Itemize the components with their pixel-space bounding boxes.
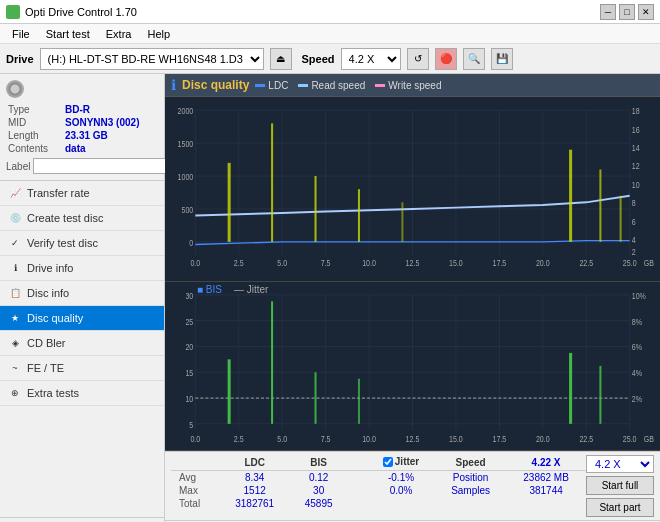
main-area: Type BD-R MID SONYNN3 (002) Length 23.31…	[0, 74, 660, 522]
svg-rect-94	[315, 373, 317, 425]
menu-file[interactable]: File	[4, 27, 38, 41]
status-window-button[interactable]: Status window >> ▶▶	[0, 518, 164, 522]
sidebar-item-verify-test-disc[interactable]: ✓ Verify test disc	[0, 231, 164, 256]
sidebar-item-label-verify-test-disc: Verify test disc	[27, 237, 98, 249]
menu-start-test[interactable]: Start test	[38, 27, 98, 41]
lower-chart: ■ BIS — Jitter	[165, 282, 660, 451]
stats-avg-row: Avg 8.34 0.12 -0.1% Position 23862 MB	[171, 470, 586, 484]
svg-text:10: 10	[185, 394, 193, 404]
svg-text:15: 15	[185, 369, 193, 379]
lower-chart-svg: 30 25 20 15 10 5 10% 8% 6% 4% 2% 0.0 2.5…	[165, 282, 660, 450]
start-part-button[interactable]: Start part	[586, 498, 654, 517]
svg-text:5.0: 5.0	[277, 434, 287, 444]
sidebar-item-fe-te[interactable]: ~ FE / TE	[0, 356, 164, 381]
quality-speed-select[interactable]: 4.2 X 2.0 X 1.0 X	[586, 455, 654, 473]
sidebar-item-disc-quality[interactable]: ★ Disc quality	[0, 306, 164, 331]
svg-text:16: 16	[632, 125, 640, 135]
sidebar: Type BD-R MID SONYNN3 (002) Length 23.31…	[0, 74, 165, 522]
svg-text:22.5: 22.5	[579, 434, 593, 444]
samples-label: Samples	[435, 484, 506, 497]
menu-help[interactable]: Help	[139, 27, 178, 41]
contents-value: data	[65, 143, 156, 154]
app-title: Opti Drive Control 1.70	[25, 6, 137, 18]
sidebar-footer: Status window >> ▶▶	[0, 517, 164, 522]
type-value: BD-R	[65, 104, 156, 115]
col-jitter-header: Jitter	[367, 455, 435, 470]
svg-rect-43	[228, 163, 231, 242]
svg-text:8%: 8%	[632, 317, 642, 327]
length-label: Length	[8, 130, 63, 141]
svg-text:10%: 10%	[632, 291, 646, 301]
scan-button[interactable]: 🔍	[463, 48, 485, 70]
svg-text:20.0: 20.0	[536, 434, 550, 444]
action-buttons: 4.2 X 2.0 X 1.0 X Start full Start part	[586, 455, 654, 517]
drive-info-icon: ℹ	[8, 261, 22, 275]
disc-mid-row: MID SONYNN3 (002)	[8, 117, 156, 128]
legend-ldc: LDC	[255, 80, 288, 91]
svg-text:12.5: 12.5	[406, 434, 420, 444]
sidebar-item-label-fe-te: FE / TE	[27, 362, 64, 374]
svg-rect-93	[271, 302, 273, 424]
svg-text:0.0: 0.0	[190, 434, 200, 444]
sidebar-item-cd-bler[interactable]: ◈ CD Bler	[0, 331, 164, 356]
svg-rect-92	[228, 360, 231, 424]
jitter-checkbox[interactable]	[383, 457, 393, 467]
eject-button[interactable]: ⏏	[270, 48, 292, 70]
svg-text:12.5: 12.5	[406, 258, 420, 268]
sidebar-item-extra-tests[interactable]: ⊕ Extra tests	[0, 381, 164, 406]
max-label: Max	[171, 484, 219, 497]
menu-extra[interactable]: Extra	[98, 27, 140, 41]
upper-chart-svg: 2000 1500 1000 500 0 18 16 14 12 10 8 6 …	[165, 97, 660, 281]
burn-button[interactable]: 🔴	[435, 48, 457, 70]
length-value: 23.31 GB	[65, 130, 156, 141]
save-button[interactable]: 💾	[491, 48, 513, 70]
svg-text:0.0: 0.0	[190, 258, 200, 268]
svg-text:5.0: 5.0	[277, 258, 287, 268]
col-speed-label: Speed	[435, 455, 506, 470]
position-label: Position	[435, 470, 506, 484]
minimize-button[interactable]: ─	[600, 4, 616, 20]
disc-quality-title: Disc quality	[182, 78, 249, 92]
legend-write-label: Write speed	[388, 80, 441, 91]
close-button[interactable]: ✕	[638, 4, 654, 20]
sidebar-item-disc-info[interactable]: 📋 Disc info	[0, 281, 164, 306]
svg-text:2.5: 2.5	[234, 258, 244, 268]
sidebar-item-transfer-rate[interactable]: 📈 Transfer rate	[0, 181, 164, 206]
svg-text:17.5: 17.5	[493, 258, 507, 268]
refresh-button[interactable]: ↺	[407, 48, 429, 70]
svg-text:6%: 6%	[632, 343, 642, 353]
start-full-button[interactable]: Start full	[586, 476, 654, 495]
label-label: Label	[6, 161, 30, 172]
total-ldc: 3182761	[219, 497, 290, 510]
title-bar-buttons[interactable]: ─ □ ✕	[600, 4, 654, 20]
speed-select[interactable]: 4.2 X	[341, 48, 401, 70]
maximize-button[interactable]: □	[619, 4, 635, 20]
legend-ldc-label: LDC	[268, 80, 288, 91]
svg-text:15.0: 15.0	[449, 258, 463, 268]
drive-select[interactable]: (H:) HL-DT-ST BD-RE WH16NS48 1.D3	[40, 48, 264, 70]
disc-contents-row: Contents data	[8, 143, 156, 154]
svg-text:4: 4	[632, 235, 636, 245]
stats-panel: LDC BIS Jitter Speed 4.22	[165, 451, 660, 520]
sidebar-item-drive-info[interactable]: ℹ Drive info	[0, 256, 164, 281]
svg-text:30: 30	[185, 291, 193, 301]
svg-rect-50	[620, 196, 622, 242]
disc-label-input[interactable]	[33, 158, 166, 174]
svg-text:2.5: 2.5	[234, 434, 244, 444]
svg-text:12: 12	[632, 162, 640, 172]
disc-quality-icon: ★	[8, 311, 22, 325]
svg-text:1000: 1000	[178, 172, 194, 182]
avg-bis: 0.12	[290, 470, 347, 484]
svg-text:25.0: 25.0	[623, 258, 637, 268]
charts-area: 2000 1500 1000 500 0 18 16 14 12 10 8 6 …	[165, 97, 660, 451]
svg-rect-47	[401, 202, 403, 242]
svg-text:5: 5	[189, 420, 193, 430]
svg-text:7.5: 7.5	[321, 258, 331, 268]
svg-text:2%: 2%	[632, 394, 642, 404]
svg-text:1500: 1500	[178, 139, 194, 149]
col-speed-value: 4.22 X	[506, 455, 586, 470]
svg-text:6: 6	[632, 217, 636, 227]
sidebar-item-create-test-disc[interactable]: 💿 Create test disc	[0, 206, 164, 231]
main-content: ℹ Disc quality LDC Read speed Write spee…	[165, 74, 660, 522]
avg-jitter: -0.1%	[367, 470, 435, 484]
